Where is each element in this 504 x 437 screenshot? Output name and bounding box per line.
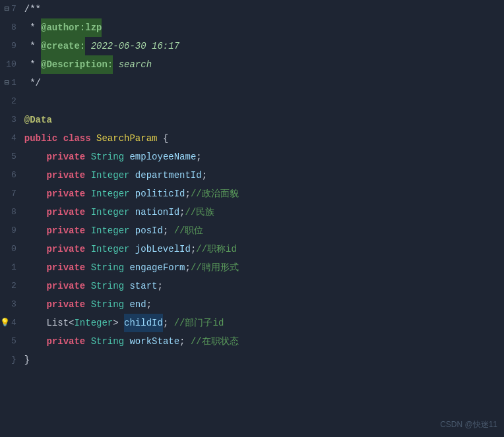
keyword: public (24, 129, 57, 148)
fold-icon[interactable]: ⊟ (5, 0, 9, 18)
code-text (24, 148, 47, 166)
line-number: 1 (0, 258, 24, 277)
code-text: * (24, 18, 41, 37)
line-number: 9 (0, 37, 24, 55)
keyword: private (46, 277, 85, 295)
code-line: private String workState; //在职状态 (24, 332, 239, 351)
line-number: 5 (0, 332, 24, 351)
code-text (24, 295, 47, 314)
code-text (85, 203, 90, 221)
gutter: ⊟78910⊟1234567890123💡45} (0, 0, 24, 437)
type: String (91, 277, 124, 295)
code-text (24, 185, 47, 203)
code-text: ; (163, 221, 174, 240)
classname: SearchParam (96, 129, 157, 148)
code-text: { (157, 129, 168, 148)
inline-comment: //民族 (185, 203, 214, 221)
type: Integer (91, 240, 130, 258)
line-number: 5 (0, 148, 24, 166)
code-text (57, 129, 63, 148)
keyword: private (46, 332, 85, 351)
code-text (91, 129, 96, 148)
watermark: CSDN @快迷11 (440, 419, 497, 430)
line-number: 9 (0, 221, 24, 240)
code-text (24, 240, 47, 258)
code-text: ; (179, 203, 185, 221)
code-line: private String employeeName; (24, 148, 239, 166)
code-text (24, 314, 47, 332)
inline-comment: //职位 (174, 221, 204, 240)
code-text: } (24, 351, 30, 369)
code-text: ; (163, 314, 174, 332)
code-text (129, 203, 135, 221)
keyword: class (63, 129, 91, 148)
inline-comment: //职称id (196, 240, 237, 258)
code-text (124, 258, 129, 277)
type: Integer (91, 185, 130, 203)
code-line: * @author:lzp (24, 18, 239, 37)
code-text (85, 258, 90, 277)
type: String (91, 295, 124, 314)
annotation: @Data (24, 111, 52, 129)
line-number: ⊟7 (0, 0, 24, 18)
type: String (91, 258, 124, 277)
code-text (129, 221, 135, 240)
code-text: * (24, 37, 41, 55)
code-line: private Integer politicId;//政治面貌 (24, 185, 239, 203)
field: workState (129, 332, 179, 351)
code-line: public class SearchParam { (24, 129, 239, 148)
line-number: } (0, 351, 24, 369)
code-text (113, 55, 118, 74)
code-line: private Integer departmentId; (24, 166, 239, 185)
code-line: private Integer posId; //职位 (24, 221, 239, 240)
bulb-icon[interactable]: 💡 (0, 314, 10, 332)
code-line: private String start; (24, 277, 239, 295)
code-line: private Integer jobLevelId;//职称id (24, 240, 239, 258)
code-line: List<Integer> childId; //部门子id (24, 314, 239, 332)
annotation-label: @Description: (41, 55, 113, 74)
code-text: ; (191, 240, 196, 258)
field: employeeName (129, 148, 196, 166)
type: Integer (91, 166, 130, 185)
line-number: 💡4 (0, 314, 24, 332)
inline-comment: //部门子id (174, 314, 224, 332)
keyword: private (46, 166, 85, 185)
code-content: /** * @author:lzp * @create: 2022-06-30 … (24, 0, 239, 437)
line-number: 8 (0, 18, 24, 37)
code-text (85, 332, 90, 351)
code-text: /** (24, 0, 41, 18)
field: nationId (135, 203, 179, 221)
code-text (124, 148, 129, 166)
code-text (129, 166, 135, 185)
code-text (129, 240, 135, 258)
line-number: 3 (0, 111, 24, 129)
code-text: ; (196, 148, 201, 166)
code-text: ; (146, 295, 152, 314)
code-editor: ⊟78910⊟1234567890123💡45} /** * @author:l… (0, 0, 504, 437)
code-text: ; (185, 185, 190, 203)
keyword: private (46, 295, 85, 314)
keyword: private (46, 240, 85, 258)
field: end (129, 295, 146, 314)
code-text: ; (179, 332, 191, 351)
code-text: ; (202, 166, 207, 185)
type: String (91, 332, 124, 351)
type: Integer (74, 314, 113, 332)
annotation-value: 2022-06-30 16:17 (91, 37, 179, 55)
fold-icon[interactable]: ⊟ (5, 74, 9, 92)
keyword: private (46, 258, 85, 277)
keyword: private (46, 185, 85, 203)
line-number: ⊟1 (0, 74, 24, 92)
code-text (85, 148, 90, 166)
inline-comment: //聘用形式 (191, 258, 239, 277)
line-number: 6 (0, 166, 24, 185)
code-line: * @Description: search (24, 55, 239, 74)
inline-comment: //在职状态 (191, 332, 239, 351)
code-text (85, 240, 90, 258)
code-text: List< (46, 314, 74, 332)
code-line: @Data (24, 111, 239, 129)
annotation-label: @author:lzp (41, 18, 102, 37)
code-line: } (24, 351, 239, 369)
field: posId (135, 221, 163, 240)
type: Integer (91, 221, 130, 240)
